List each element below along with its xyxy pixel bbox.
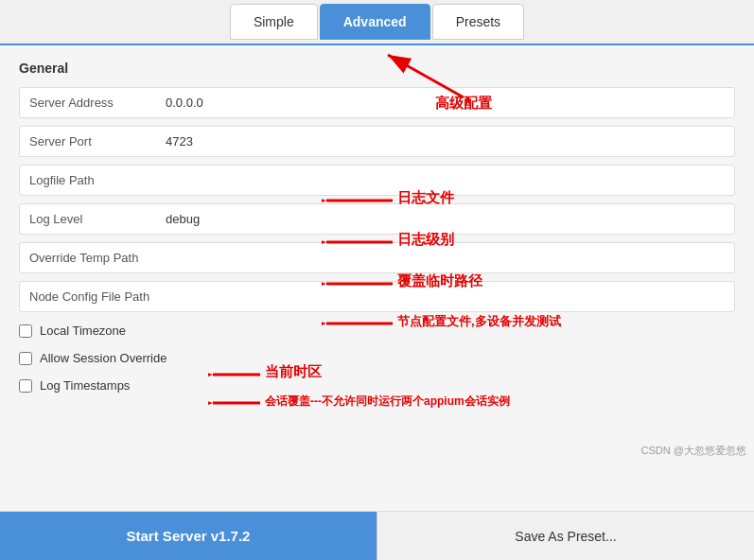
annotation-logfile-text: 日志文件 — [397, 189, 454, 205]
annotation-temppath: 覆盖临时路径 — [397, 272, 482, 290]
content-area: General Server Address Server Port Logfi… — [0, 45, 754, 511]
annotation-logfile: 日志文件 — [397, 189, 454, 207]
annotation-temppath-text: 覆盖临时路径 — [397, 272, 482, 289]
bottom-bar: Start Server v1.7.2 Save As Preset... — [0, 511, 754, 560]
logfile-path-label: Logfile Path — [29, 173, 162, 187]
arrow-advanced-svg — [359, 45, 473, 102]
tab-advanced[interactable]: Advanced — [320, 4, 430, 40]
annotation-nodeconfig: 节点配置文件,多设备并发测试 — [397, 312, 561, 330]
annotation-nodeconfig-text: 节点配置文件,多设备并发测试 — [397, 314, 561, 328]
local-timezone-label: Local Timezone — [40, 324, 126, 338]
annotation-timezone-text: 当前时区 — [265, 363, 322, 379]
arrow-logfile-svg — [322, 191, 397, 210]
log-level-input[interactable] — [162, 210, 725, 228]
server-port-label: Server Port — [29, 134, 162, 149]
logfile-path-input[interactable] — [162, 171, 725, 189]
annotation-session: 会话覆盖---不允许同时运行两个appium会话实例 — [265, 392, 510, 410]
arrow-nodeconfig-svg — [322, 314, 397, 333]
watermark: CSDN @大忽悠爱忽悠 — [641, 444, 746, 458]
annotation-timezone: 当前时区 — [265, 363, 322, 381]
local-timezone-checkbox[interactable] — [19, 324, 32, 338]
start-server-button[interactable]: Start Server v1.7.2 — [0, 512, 377, 560]
tab-simple[interactable]: Simple — [230, 4, 318, 40]
server-port-input[interactable] — [162, 132, 725, 150]
main-container: Simple Advanced Presets General Server A… — [0, 0, 754, 560]
annotation-session-text: 会话覆盖---不允许同时运行两个appium会话实例 — [265, 394, 510, 408]
save-preset-button[interactable]: Save As Preset... — [377, 512, 754, 560]
server-port-row: Server Port — [19, 126, 735, 157]
arrow-loglevel-svg — [322, 233, 397, 252]
annotation-advanced: 高级配置 — [435, 95, 492, 113]
annotation-loglevel-text: 日志级别 — [397, 231, 454, 247]
annotation-loglevel: 日志级别 — [397, 231, 454, 249]
log-timestamps-label: Log Timestamps — [40, 378, 130, 393]
arrow-session-svg — [208, 394, 265, 412]
override-temp-path-label: Override Temp Path — [29, 251, 162, 265]
tab-presets[interactable]: Presets — [432, 4, 524, 40]
allow-session-override-label: Allow Session Override — [40, 351, 167, 365]
server-address-label: Server Address — [29, 96, 162, 110]
tab-bar: Simple Advanced Presets — [0, 0, 754, 45]
log-timestamps-checkbox[interactable] — [19, 379, 32, 393]
arrow-timezone-svg — [208, 365, 265, 384]
arrow-temppath-svg — [322, 274, 397, 293]
svg-line-1 — [388, 55, 464, 97]
allow-session-override-checkbox[interactable] — [19, 352, 32, 365]
node-config-path-label: Node Config File Path — [29, 289, 162, 304]
allow-session-override-row: Allow Session Override — [19, 347, 735, 369]
override-temp-path-input[interactable] — [162, 249, 725, 267]
log-level-label: Log Level — [29, 212, 162, 226]
